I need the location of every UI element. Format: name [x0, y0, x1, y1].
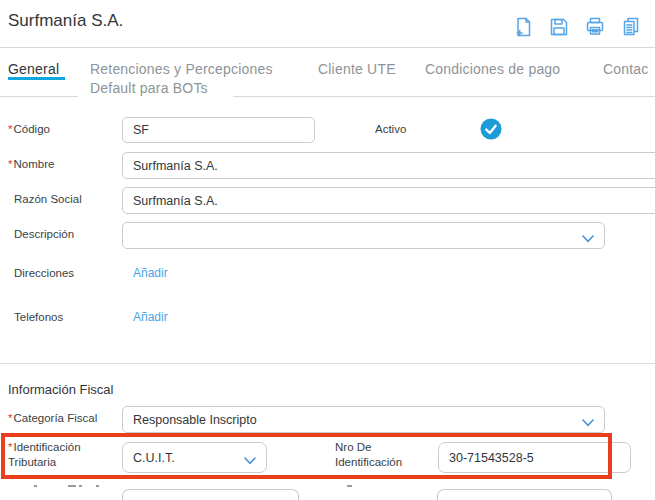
tab-general[interactable]: General [8, 61, 59, 77]
new-document-button[interactable] [510, 15, 536, 41]
chevron-down-icon [582, 232, 594, 246]
save-icon [548, 26, 570, 41]
identificacion-tributaria-dropdown[interactable]: C.U.I.T. [122, 442, 267, 473]
print-icon [584, 26, 606, 41]
identificacion-tributaria-value: C.U.I.T. [133, 451, 175, 465]
nro-de-identificacion-input[interactable] [438, 442, 631, 473]
informacion-fiscal-heading: Información Fiscal [8, 382, 113, 397]
tabstrip-border-left [0, 96, 78, 97]
clipped-label-fragment [79, 485, 82, 487]
copy-button[interactable] [618, 15, 644, 41]
direcciones-label: Direcciones [8, 266, 74, 281]
clipped-label-fragment [34, 485, 37, 487]
page-title: Surfmanía S.A. [8, 11, 123, 31]
tab-contactos-truncated[interactable]: Contac [603, 61, 649, 77]
tabstrip-border-right [233, 96, 655, 97]
categoria-fiscal-label: *Categoría Fiscal [8, 411, 120, 426]
tab-default-para-bots[interactable]: Default para BOTs [90, 80, 208, 96]
telefonos-add-link[interactable]: Añadir [133, 310, 168, 324]
new-document-icon [512, 26, 534, 41]
print-button[interactable] [582, 15, 608, 41]
codigo-input[interactable] [122, 117, 315, 143]
razon-social-label: Razón Social [8, 192, 82, 207]
chevron-down-icon [244, 454, 256, 468]
codigo-label: *Código [8, 122, 50, 137]
descripcion-dropdown[interactable] [122, 222, 605, 249]
tab-retenciones-y-percepciones[interactable]: Retenciones y Percepciones [90, 61, 273, 77]
categoria-fiscal-value: Responsable Inscripto [133, 413, 257, 427]
header-divider [0, 47, 655, 48]
activo-label: Activo [375, 122, 406, 137]
chevron-down-icon [582, 416, 594, 430]
clipped-label-fragment [347, 485, 352, 487]
categoria-fiscal-dropdown[interactable]: Responsable Inscripto [122, 406, 605, 433]
identificacion-tributaria-label: *Identificación Tributaria [8, 440, 108, 470]
section-divider [0, 363, 655, 364]
tab-cliente-ute[interactable]: Cliente UTE [318, 61, 396, 77]
telefonos-label: Telefonos [8, 310, 63, 325]
clipped-input[interactable] [122, 489, 299, 500]
nombre-input[interactable] [122, 152, 655, 179]
nombre-label: *Nombre [8, 157, 54, 172]
clipped-input[interactable] [437, 489, 612, 500]
required-marker: * [8, 123, 12, 135]
razon-social-input[interactable] [122, 187, 655, 214]
nro-de-identificacion-label: Nro De Identificación [335, 440, 430, 470]
clipped-label-fragment [96, 485, 99, 487]
direcciones-add-link[interactable]: Añadir [133, 266, 168, 280]
clipped-label-fragment [68, 485, 76, 487]
descripcion-label: Descripción [8, 227, 74, 242]
copy-icon [620, 26, 642, 41]
active-tab-underline [8, 77, 65, 80]
save-button[interactable] [546, 15, 572, 41]
activo-checkbox-checked-icon[interactable] [480, 118, 502, 140]
customer-master-page: Surfmanía S.A. [0, 0, 655, 500]
tab-condiciones-de-pago[interactable]: Condiciones de pago [425, 61, 560, 77]
